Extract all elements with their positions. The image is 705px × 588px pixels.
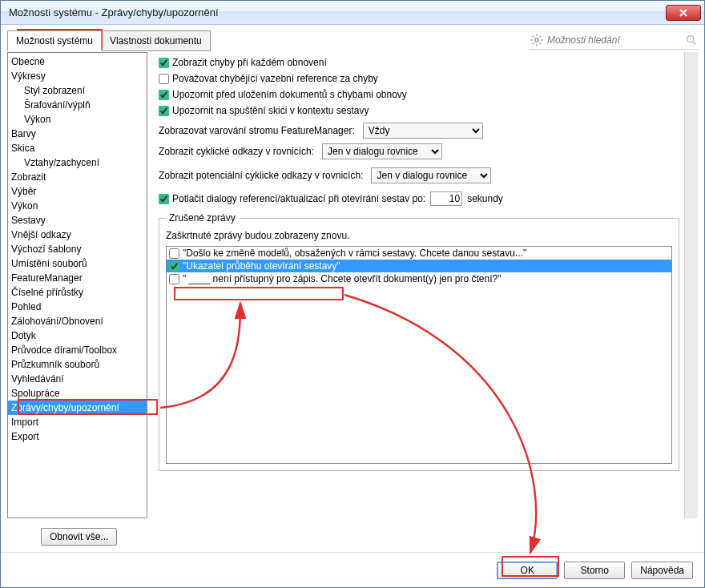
chk-warn-save[interactable] bbox=[159, 90, 169, 100]
gear-icon bbox=[530, 33, 544, 47]
cancelled-messages-group: Zrušené zprávy Zaškrtnuté zprávy budou z… bbox=[159, 212, 679, 471]
tree-item[interactable]: Dotyk bbox=[8, 328, 147, 343]
lbl-show-errors: Zobrazit chyby při každém obnovení bbox=[172, 57, 327, 68]
svg-point-1 bbox=[687, 35, 694, 42]
lbl-fm-warnings: Zobrazovat varování stromu FeatureManage… bbox=[159, 125, 355, 136]
lbl-warn-sketch: Upozornit na spuštění skici v kontextu s… bbox=[172, 105, 369, 116]
tree-item[interactable]: Export bbox=[8, 429, 147, 444]
restore-all-button[interactable]: Obnovit vše... bbox=[41, 528, 117, 546]
search-input[interactable] bbox=[547, 34, 682, 46]
lbl-pot-cyclic: Zobrazit potenciální cyklické odkazy v r… bbox=[159, 170, 363, 181]
tree-item[interactable]: Spolupráce bbox=[8, 386, 147, 401]
select-pot-cyclic[interactable]: Jen v dialogu rovnice bbox=[371, 167, 491, 183]
tree-item[interactable]: Šrafování/výplň bbox=[8, 98, 147, 112]
tree-item[interactable]: Výchozí šablony bbox=[8, 242, 147, 256]
tree-item[interactable]: Styl zobrazení bbox=[8, 83, 147, 98]
tree-item[interactable]: Průvodce dírami/Toolbox bbox=[8, 343, 147, 357]
message-text: "Ukazatel průběhu otevírání sestavy" bbox=[183, 260, 340, 272]
close-button[interactable] bbox=[666, 5, 701, 21]
tree-item[interactable]: Výkresy bbox=[8, 69, 147, 83]
tree-item[interactable]: Průzkumník souborů bbox=[8, 357, 147, 372]
message-text: " ____ není přístupný pro zápis. Chcete … bbox=[183, 273, 501, 284]
tree-item[interactable]: Výkon bbox=[8, 199, 147, 213]
chk-suppress[interactable] bbox=[159, 194, 169, 204]
tree-item[interactable]: Výkon bbox=[8, 112, 147, 127]
tree-item[interactable]: Zobrazit bbox=[8, 170, 147, 184]
tab-bar: Možnosti systému Vlastnosti dokumentu bbox=[7, 30, 211, 50]
tree-item[interactable]: Zprávy/chyby/upozornění bbox=[8, 401, 147, 415]
tree-item[interactable]: Pohled bbox=[8, 300, 147, 314]
lbl-suppress-a: Potlačit dialogy referencí/aktualizací p… bbox=[172, 193, 425, 204]
window-title: Možnosti systému - Zprávy/chyby/upozorně… bbox=[9, 6, 666, 18]
lbl-cyclic: Zobrazit cyklické odkazy v rovnicích: bbox=[159, 146, 314, 157]
message-checkbox[interactable] bbox=[169, 274, 179, 284]
select-cyclic[interactable]: Jen v dialogu rovnice bbox=[322, 143, 442, 159]
tree-item[interactable]: FeatureManager bbox=[8, 271, 147, 285]
options-tree[interactable]: ObecnéVýkresyStyl zobrazeníŠrafování/výp… bbox=[7, 52, 147, 518]
chk-missing-refs[interactable] bbox=[159, 74, 169, 84]
cancel-button[interactable]: Storno bbox=[564, 562, 625, 579]
cancelled-messages-list[interactable]: "Došlo ke změně modelů, obsažených v rám… bbox=[166, 246, 672, 464]
tree-item[interactable]: Barvy bbox=[8, 127, 147, 141]
input-suppress-seconds[interactable] bbox=[430, 191, 462, 206]
message-row[interactable]: "Ukazatel průběhu otevírání sestavy" bbox=[167, 260, 671, 272]
tab-system-options[interactable]: Možnosti systému bbox=[7, 30, 102, 51]
message-row[interactable]: "Došlo ke změně modelů, obsažených v rám… bbox=[167, 247, 671, 260]
ok-button[interactable]: OK bbox=[497, 562, 558, 579]
tree-item[interactable]: Umístění souborů bbox=[8, 256, 147, 271]
tree-item[interactable]: Vztahy/zachycení bbox=[8, 155, 147, 170]
chk-show-errors[interactable] bbox=[159, 58, 169, 68]
vertical-scrollbar[interactable] bbox=[684, 52, 698, 518]
lbl-warn-save: Upozornit před uložením dokumentů s chyb… bbox=[172, 89, 407, 100]
svg-point-0 bbox=[535, 38, 539, 42]
cancelled-hint: Zaškrtnuté zprávy budou zobrazeny znovu. bbox=[166, 230, 672, 241]
search-icon bbox=[685, 34, 698, 46]
message-checkbox[interactable] bbox=[169, 248, 179, 259]
tree-item[interactable]: Vyhledávání bbox=[8, 372, 147, 386]
tree-item[interactable]: Vnější odkazy bbox=[8, 228, 147, 242]
message-text: "Došlo ke změně modelů, obsažených v rám… bbox=[183, 248, 526, 259]
tree-item[interactable]: Sestavy bbox=[8, 213, 147, 228]
tree-item[interactable]: Zálohování/Obnovení bbox=[8, 314, 147, 328]
cancelled-legend: Zrušené zprávy bbox=[166, 212, 239, 224]
chk-warn-sketch[interactable] bbox=[159, 106, 169, 116]
message-checkbox[interactable] bbox=[169, 261, 179, 272]
tree-item[interactable]: Skica bbox=[8, 141, 147, 155]
tree-item[interactable]: Obecné bbox=[8, 54, 147, 69]
tree-item[interactable]: Import bbox=[8, 415, 147, 429]
tab-document-properties[interactable]: Vlastnosti dokumentu bbox=[102, 30, 211, 51]
help-button[interactable]: Nápověda bbox=[631, 562, 693, 579]
lbl-missing-refs: Považovat chybějící vazební reference za… bbox=[172, 73, 378, 84]
tree-item[interactable]: Číselné přírůstky bbox=[8, 285, 147, 300]
close-icon bbox=[679, 9, 687, 17]
tree-item[interactable]: Výběr bbox=[8, 184, 147, 199]
select-fm-warnings[interactable]: Vždy bbox=[363, 123, 483, 139]
lbl-suppress-b: sekundy bbox=[467, 193, 503, 204]
message-row[interactable]: " ____ není přístupný pro zápis. Chcete … bbox=[167, 272, 671, 285]
